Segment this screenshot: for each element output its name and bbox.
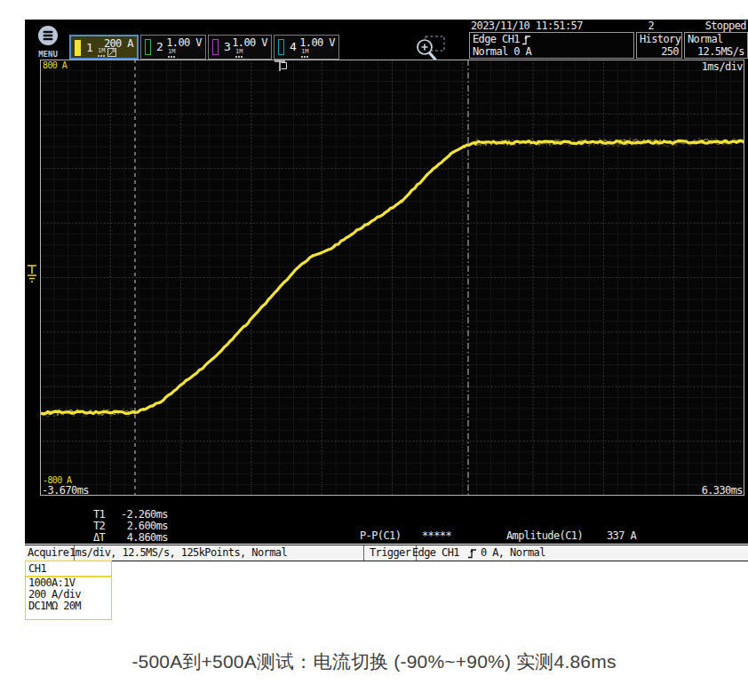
channel-3-number: 3: [224, 40, 231, 53]
channel-1-number: 1: [86, 41, 93, 54]
impedance-1m-icon: 1M: [301, 49, 308, 58]
cursor-dt-label: ΔT: [93, 532, 113, 544]
channel-4-number: 4: [290, 40, 297, 53]
probe-icon: [107, 48, 116, 57]
datetime: 2023/11/10 11:51:57: [471, 20, 583, 32]
trigger-mode: Normal 0 A: [470, 45, 633, 58]
ch1-coupling: DC1MΩ 20M: [26, 601, 111, 612]
channel-4-box[interactable]: 4 1.00 V 1M: [274, 35, 339, 60]
impedance-1m-icon: 1M: [235, 49, 243, 58]
ch1-info-title: CH1: [26, 561, 111, 577]
rising-edge-icon: [522, 35, 531, 45]
channel-3-box[interactable]: 3 1.00 V 1M: [208, 35, 272, 60]
impedance-1m-icon: 1M: [168, 49, 175, 58]
hamburger-menu-icon: [37, 25, 59, 46]
acquisition-count: 2: [638, 20, 654, 32]
channel-4-color-bar: [278, 39, 284, 55]
pp-measure-value: *****: [422, 530, 451, 542]
acquisition-mode-box[interactable]: Normal 12.5MS/s: [684, 32, 748, 59]
channel-2-box[interactable]: 2 1.00 V 1M: [140, 35, 206, 60]
acquisition-mode: Normal: [685, 33, 747, 45]
amplitude-measure-value: 337 A: [607, 530, 636, 542]
channel-2-color-bar: [145, 39, 151, 55]
acquire-settings: 1ms/div, 12.5MS/s, 125kPoints, Normal: [69, 545, 287, 561]
impedance-1m-icon: 1M: [98, 48, 105, 57]
page: { "header": { "menu_label": "MENU", "tim…: [0, 0, 748, 700]
rising-edge-icon: [468, 548, 477, 559]
trigger-settings-source: Edge CH1: [412, 545, 459, 561]
trigger-settings-box[interactable]: Edge CH1 Normal 0 A: [469, 32, 634, 59]
channel-1-box[interactable]: 1 200 A 1M: [69, 35, 139, 60]
waveform-graticule[interactable]: [40, 60, 744, 496]
amplitude-measure-label: Amplitude(C1): [506, 530, 583, 542]
ch1-info-box[interactable]: CH1 1000A:1V 200 A/div DC1MΩ 20M: [25, 561, 112, 620]
history-box[interactable]: History 250: [636, 32, 682, 59]
channel-3-scale: 1.00 V: [232, 36, 267, 49]
oscilloscope-screen: MENU 1 200 A 1M 2 1.00 V 1M 3 1.00 V 1M …: [25, 20, 748, 544]
channel-3-color-bar: [212, 39, 219, 55]
menu-label: MENU: [33, 51, 63, 59]
channel-2-scale: 1.00 V: [166, 36, 202, 49]
trigger-settings-detail: 0 A, Normal: [481, 545, 545, 561]
sample-rate: 12.5MS/s: [685, 45, 747, 58]
menu-button[interactable]: MENU: [33, 25, 63, 59]
trigger-section-label[interactable]: Trigger: [363, 545, 417, 561]
cursor-dt-value: 4.860ms: [113, 532, 168, 544]
history-count: 250: [637, 45, 681, 58]
status-bar: Acquire 1ms/div, 12.5MS/s, 125kPoints, N…: [25, 545, 748, 561]
cursor-readout: T1-2.260ms T22.600ms ΔT4.860ms: [93, 509, 168, 544]
ch1-ground-level-marker[interactable]: [26, 263, 40, 288]
pp-measure-label: P-P(C1): [360, 530, 401, 542]
channel-1-color-bar: [75, 40, 81, 56]
caption-text: -500A到+500A测试：电流切换 (-90%~+90%) 实测4.86ms: [0, 649, 748, 674]
channel-4-scale: 1.00 V: [299, 36, 335, 49]
history-label: History: [637, 33, 681, 45]
channel-2-number: 2: [156, 40, 163, 53]
trigger-source: Edge CH1: [473, 34, 520, 45]
run-state: Stopped: [705, 20, 746, 32]
acquire-section-label[interactable]: Acquire: [25, 545, 75, 561]
